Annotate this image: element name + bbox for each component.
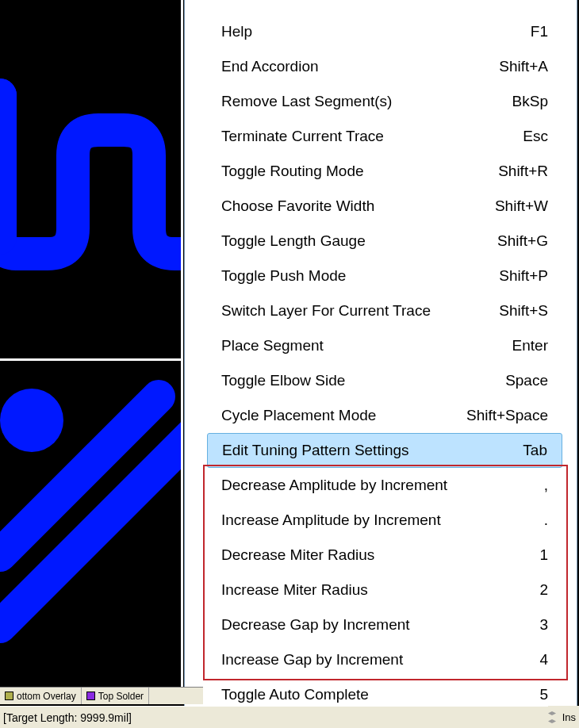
menu-item-toggle-push-mode[interactable]: Toggle Push ModeShift+P — [207, 259, 562, 293]
menu-item-help[interactable]: HelpF1 — [207, 14, 562, 49]
menu-item-shortcut: , — [544, 477, 548, 494]
context-menu-popup: HelpF1End AccordionShift+ARemove Last Se… — [184, 0, 577, 728]
menu-item-shortcut: Shift+R — [498, 163, 548, 180]
menu-item-label: Decrease Amplitude by Increment — [221, 477, 447, 494]
menu-item-shortcut: Space — [505, 372, 548, 389]
menu-item-increase-amplitude-by-increment[interactable]: Increase Amplitude by Increment. — [207, 503, 562, 538]
menu-item-decrease-gap-by-increment[interactable]: Decrease Gap by Increment3 — [207, 607, 562, 642]
menu-item-shortcut: . — [544, 512, 548, 529]
menu-item-label: Toggle Auto Complete — [221, 686, 369, 703]
tab-top-solder[interactable]: Top Solder — [82, 688, 149, 704]
menu-item-shortcut: Enter — [512, 337, 548, 354]
menu-item-label: Remove Last Segment(s) — [221, 93, 392, 110]
menu-item-label: Toggle Length Gauge — [221, 232, 366, 250]
tab-bottom-overlay[interactable]: ottom Overlay — [0, 688, 82, 704]
menu-item-shortcut: Shift+W — [495, 197, 548, 215]
menu-item-shortcut: Shift+S — [499, 302, 548, 320]
menu-item-shortcut: Shift+P — [499, 267, 548, 285]
app-stage: HelpF1End AccordionShift+ARemove Last Se… — [0, 0, 579, 728]
menu-item-shortcut: Shift+Space — [466, 407, 548, 424]
status-target-length: [Target Length: 9999.9mil] — [3, 711, 132, 724]
menu-item-label: End Accordion — [221, 58, 319, 75]
menu-item-shortcut: 2 — [539, 581, 548, 599]
menu-item-shortcut: 4 — [539, 651, 548, 669]
tab-label: Top Solder — [98, 691, 144, 702]
menu-item-switch-layer-for-current-trace[interactable]: Switch Layer For Current TraceShift+S — [207, 293, 562, 328]
menu-item-shortcut: F1 — [531, 23, 548, 40]
menu-item-increase-miter-radius[interactable]: Increase Miter Radius2 — [207, 573, 562, 607]
scroll-arrows-icon[interactable]: ◂▸◂▸ — [548, 709, 556, 725]
menu-item-terminate-current-trace[interactable]: Terminate Current TraceEsc — [207, 119, 562, 154]
context-menu: HelpF1End AccordionShift+ARemove Last Se… — [207, 14, 562, 728]
menu-item-label: Toggle Routing Mode — [221, 163, 364, 180]
tab-label: ottom Overlay — [17, 691, 76, 702]
menu-item-label: Terminate Current Trace — [221, 128, 384, 145]
menu-item-label: Increase Amplitude by Increment — [221, 512, 441, 529]
menu-item-end-accordion[interactable]: End AccordionShift+A — [207, 49, 562, 84]
svg-point-0 — [0, 389, 63, 452]
menu-item-label: Toggle Elbow Side — [221, 372, 345, 389]
menu-item-label: Increase Gap by Increment — [221, 651, 403, 669]
menu-item-shortcut: 3 — [539, 616, 548, 634]
menu-item-label: Decrease Gap by Increment — [221, 616, 410, 634]
menu-item-edit-tuning-pattern-settings[interactable]: Edit Tuning Pattern SettingsTab — [207, 433, 562, 468]
menu-item-shortcut: BkSp — [512, 93, 548, 110]
menu-item-label: Help — [221, 23, 252, 40]
vertical-divider — [181, 0, 183, 704]
menu-item-label: Cycle Placement Mode — [221, 407, 376, 424]
menu-item-label: Toggle Push Mode — [221, 267, 346, 285]
status-bar: [Target Length: 9999.9mil] — [0, 706, 579, 728]
menu-item-label: Decrease Miter Radius — [221, 546, 374, 564]
menu-item-decrease-miter-radius[interactable]: Decrease Miter Radius1 — [207, 538, 562, 573]
swatch-icon — [86, 692, 95, 700]
menu-item-label: Increase Miter Radius — [221, 581, 368, 599]
status-ins: Ins — [562, 711, 576, 723]
menu-item-label: Switch Layer For Current Trace — [221, 302, 431, 320]
swatch-icon — [5, 692, 13, 700]
menu-item-shortcut: Shift+A — [499, 58, 548, 75]
menu-item-place-segment[interactable]: Place SegmentEnter — [207, 328, 562, 363]
menu-item-shortcut: Shift+G — [497, 232, 548, 250]
menu-item-cycle-placement-mode[interactable]: Cycle Placement ModeShift+Space — [207, 398, 562, 433]
menu-item-toggle-elbow-side[interactable]: Toggle Elbow SideSpace — [207, 363, 562, 398]
menu-item-label: Place Segment — [221, 337, 324, 354]
menu-item-toggle-routing-mode[interactable]: Toggle Routing ModeShift+R — [207, 154, 562, 189]
trace-svg — [0, 0, 181, 704]
menu-item-choose-favorite-width[interactable]: Choose Favorite WidthShift+W — [207, 189, 562, 224]
menu-item-label: Choose Favorite Width — [221, 197, 374, 215]
pcb-canvas[interactable] — [0, 0, 181, 704]
menu-item-toggle-length-gauge[interactable]: Toggle Length GaugeShift+G — [207, 224, 562, 259]
menu-item-shortcut: Tab — [523, 442, 547, 459]
menu-item-label: Edit Tuning Pattern Settings — [222, 442, 409, 459]
status-bar-right: ◂▸◂▸ Ins — [548, 706, 579, 728]
menu-item-shortcut: 5 — [539, 686, 548, 703]
horizontal-divider — [0, 358, 181, 361]
menu-item-shortcut: Esc — [523, 128, 548, 145]
menu-item-decrease-amplitude-by-increment[interactable]: Decrease Amplitude by Increment, — [207, 468, 562, 503]
menu-item-remove-last-segment-s[interactable]: Remove Last Segment(s)BkSp — [207, 84, 562, 119]
menu-item-increase-gap-by-increment[interactable]: Increase Gap by Increment4 — [207, 642, 562, 677]
layer-tabs: ottom Overlay Top Solder — [0, 687, 203, 704]
menu-item-shortcut: 1 — [539, 546, 548, 564]
